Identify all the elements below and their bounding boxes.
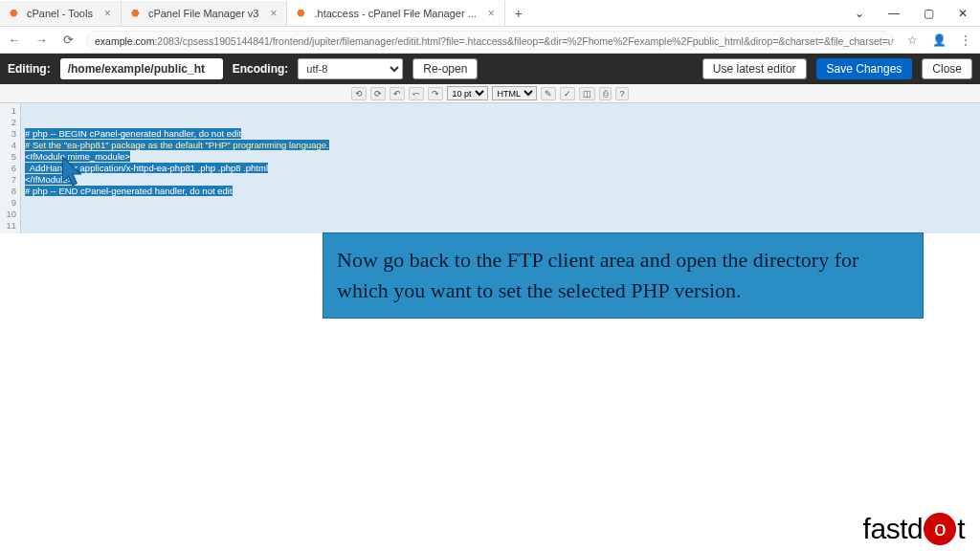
- browser-tabbar: ⬣ cPanel - Tools × ⬣ cPanel File Manager…: [0, 0, 980, 27]
- close-icon[interactable]: ×: [270, 7, 277, 20]
- forward-button[interactable]: →: [33, 33, 50, 47]
- use-latest-editor-button[interactable]: Use latest editor: [702, 58, 807, 79]
- favicon-icon: ⬣: [297, 8, 308, 19]
- url-path: :2083/cpsess1905144841/frontend/jupiter/…: [154, 35, 894, 47]
- favicon-icon: ⬣: [10, 8, 21, 19]
- browser-addressbar: ← → ⟳ example.com:2083/cpsess1905144841/…: [0, 27, 980, 54]
- editing-label: Editing:: [8, 62, 51, 76]
- toolbar-icon[interactable]: ✓: [560, 87, 575, 100]
- new-tab-button[interactable]: +: [505, 6, 532, 21]
- save-changes-button[interactable]: Save Changes: [816, 58, 913, 79]
- encoding-label: Encoding:: [233, 62, 289, 76]
- file-path-display: /home/example/public_ht: [60, 58, 223, 79]
- instruction-overlay: Now go back to the FTP client area and o…: [323, 232, 924, 319]
- toolbar-icon[interactable]: ?: [615, 87, 628, 100]
- line-gutter: 123 456 789 1011: [0, 103, 21, 233]
- tab-label: cPanel - Tools: [27, 8, 93, 19]
- window-dropdown-icon[interactable]: ⌄: [842, 7, 877, 20]
- browser-tab-2[interactable]: ⬣ cPanel File Manager v3 ×: [122, 1, 288, 26]
- url-host: example.com: [95, 35, 154, 47]
- tab-label: cPanel File Manager v3: [148, 8, 259, 19]
- browser-tab-3[interactable]: ⬣ .htaccess - cPanel File Manager ... ×: [287, 1, 504, 26]
- code-line: # php -- BEGIN cPanel-generated handler,…: [25, 128, 241, 139]
- close-button[interactable]: Close: [922, 58, 972, 79]
- toolbar-icon[interactable]: ✎: [541, 87, 556, 100]
- maximize-icon[interactable]: ▢: [911, 7, 946, 20]
- window-controls: ⌄ ― ▢ ✕: [842, 7, 980, 20]
- close-icon[interactable]: ×: [104, 7, 111, 20]
- tab-label: .htaccess - cPanel File Manager ...: [314, 8, 476, 19]
- toolbar-icon[interactable]: ◫: [579, 87, 595, 100]
- font-size-select[interactable]: 10 pt: [447, 86, 488, 100]
- fastdot-logo: fastdot: [863, 513, 965, 545]
- logo-dot-icon: o: [924, 513, 956, 545]
- close-icon[interactable]: ×: [488, 7, 495, 20]
- toolbar-icon[interactable]: ⤺: [409, 87, 424, 100]
- close-window-icon[interactable]: ✕: [946, 7, 980, 20]
- encoding-select[interactable]: utf-8: [298, 58, 403, 79]
- toolbar-icon[interactable]: ⎙: [599, 87, 612, 100]
- code-line: # Set the "ea-php81" package as the defa…: [25, 140, 329, 150]
- favicon-icon: ⬣: [131, 8, 143, 19]
- mini-toolbar: ⟲ ⟳ ↶ ⤺ ↷ 10 pt HTML ✎ ✓ ◫ ⎙ ?: [0, 84, 980, 103]
- toolbar-icon[interactable]: ↷: [428, 87, 443, 100]
- cursor-icon: [60, 155, 85, 191]
- profile-icon[interactable]: 👤: [930, 33, 947, 47]
- code-editor[interactable]: 123 456 789 1011 # php -- BEGIN cPanel-g…: [0, 103, 980, 233]
- toolbar-icon[interactable]: ↶: [390, 87, 405, 100]
- browser-tab-1[interactable]: ⬣ cPanel - Tools ×: [0, 1, 122, 26]
- lang-select[interactable]: HTML: [492, 86, 537, 100]
- back-button[interactable]: ←: [6, 33, 23, 47]
- code-content[interactable]: # php -- BEGIN cPanel-generated handler,…: [21, 103, 980, 233]
- bookmark-icon[interactable]: ☆: [903, 33, 921, 47]
- toolbar-icon[interactable]: ⟳: [370, 87, 386, 100]
- toolbar-icon[interactable]: ⟲: [351, 87, 367, 100]
- reload-button[interactable]: ⟳: [59, 33, 77, 47]
- minimize-icon[interactable]: ―: [877, 7, 911, 20]
- reopen-button[interactable]: Re-open: [412, 58, 478, 79]
- menu-icon[interactable]: ⋮: [957, 33, 974, 47]
- url-input[interactable]: example.com:2083/cpsess1905144841/fronte…: [86, 31, 894, 50]
- editor-toolbar: Editing: /home/example/public_ht Encodin…: [0, 54, 980, 84]
- code-line: # php -- END cPanel-generated handler, d…: [25, 186, 233, 196]
